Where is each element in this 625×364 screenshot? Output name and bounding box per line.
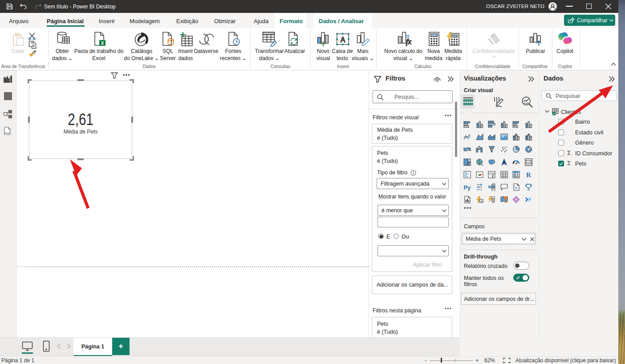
svg-text:123: 123 bbox=[527, 161, 531, 163]
svg-text:123: 123 bbox=[479, 200, 483, 202]
svg-text:Py: Py bbox=[464, 184, 471, 191]
svg-text:fx: fx bbox=[406, 38, 411, 46]
svg-text:X: X bbox=[101, 41, 104, 46]
svg-text:R: R bbox=[526, 171, 531, 178]
svg-text:A: A bbox=[341, 36, 345, 44]
svg-text:DAX: DAX bbox=[4, 131, 10, 134]
